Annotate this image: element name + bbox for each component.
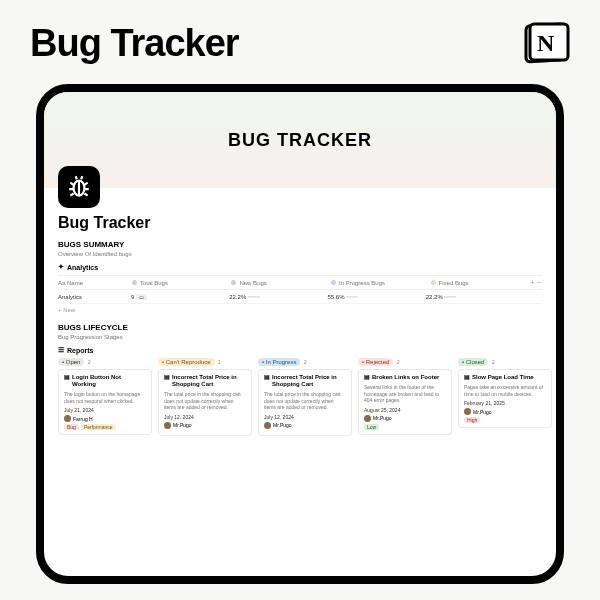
cell-inprog: 55.6% ━━━ [327, 293, 411, 300]
card-date: July 21, 2024 [64, 407, 146, 413]
tag: Bug [64, 424, 79, 430]
new-row-button[interactable]: + New [58, 307, 542, 313]
table-row[interactable]: Analytics 9 ▭ 22.2% ━━━ 55.6% ━━━ 22.2% … [58, 290, 542, 304]
board-column-header[interactable]: • Closed 2 [458, 358, 552, 366]
count-badge: 1 [218, 359, 221, 365]
col-total: Total Bugs [132, 280, 218, 286]
bug-card[interactable]: ▤Slow Page Load Time Pages take an exces… [458, 369, 552, 428]
count-badge: 2 [491, 359, 494, 365]
card-desc: The total price in the shopping cart doe… [164, 391, 246, 411]
tag: Low [364, 424, 379, 430]
card-title: ▤Incorrect Total Price in Shopping Cart [164, 374, 246, 388]
bug-card[interactable]: ▤Broken Links on Footer Several links in… [358, 369, 452, 435]
card-user: Mr.Pugo [464, 408, 546, 415]
svg-text:N: N [537, 30, 555, 56]
card-date: August 25, 2024 [364, 407, 446, 413]
col-inprog: In Progress Bugs [331, 280, 417, 286]
card-desc: Several links in the footer of the homep… [364, 384, 446, 404]
avatar [64, 415, 71, 422]
card-title: ▤Broken Links on Footer [364, 374, 446, 381]
card-tags: BugPerformance [64, 424, 146, 430]
summary-sub: Overview Of Identified bugs [58, 251, 542, 257]
hero-banner: BUG TRACKER [44, 92, 556, 188]
col-fixed: Fixed Bugs [431, 280, 517, 286]
board-column-header[interactable]: • In Progress 2 [258, 358, 352, 366]
avatar [164, 422, 171, 429]
cell-name: Analytics [58, 294, 117, 300]
board-column-header[interactable]: • Can't Reproduce 1 [158, 358, 252, 366]
doc-icon: ▤ [464, 374, 470, 381]
card-user: Mr.Pugo [164, 422, 246, 429]
summary-heading: BUGS SUMMARY [58, 240, 542, 249]
doc-icon: ▤ [364, 374, 370, 381]
card-desc: The login button on the homepage does no… [64, 391, 146, 404]
card-date: February 21, 2025 [464, 400, 546, 406]
tag: High [464, 417, 480, 423]
card-desc: Pages take an excessive amount of time t… [464, 384, 546, 397]
cell-fixed: 22.2% ━━━ [426, 293, 510, 300]
tab-analytics-label: Analytics [67, 264, 98, 271]
lifecycle-heading: BUGS LIFECYCLE [58, 323, 542, 332]
status-pill: • Closed [458, 358, 488, 366]
card-user: Mr.Pugo [264, 422, 346, 429]
avatar [264, 422, 271, 429]
status-pill: • Open [58, 358, 84, 366]
add-column[interactable]: + ··· [530, 279, 542, 286]
lifecycle-sub: Bug Progression Stages [58, 334, 542, 340]
status-pill: • Rejected [358, 358, 393, 366]
bug-card[interactable]: ▤Incorrect Total Price in Shopping Cart … [158, 369, 252, 436]
count-badge: 2 [396, 359, 399, 365]
summary-header-row: Aa Name Total Bugs New Bugs In Progress … [58, 275, 542, 290]
card-date: July 12, 2024 [264, 414, 346, 420]
reports-icon: ☰ [58, 346, 64, 354]
card-user: Farrug H [64, 415, 146, 422]
bug-card[interactable]: ▤Login Button Not Working The login butt… [58, 369, 152, 435]
kanban-board: • Open 2 ▤Login Button Not Working The l… [58, 358, 542, 436]
tab-reports[interactable]: ☰Reports [58, 346, 542, 354]
avatar [364, 415, 371, 422]
bug-card[interactable]: ▤Incorrect Total Price in Shopping Cart … [258, 369, 352, 436]
col-name: Aa Name [58, 280, 118, 286]
card-user: Mr.Pugo [364, 415, 446, 422]
status-pill: • Can't Reproduce [158, 358, 215, 366]
analytics-icon: ✦ [58, 263, 64, 271]
card-title: ▤Slow Page Load Time [464, 374, 546, 381]
tab-reports-label: Reports [67, 347, 93, 354]
count-badge: 2 [87, 359, 90, 365]
card-title: ▤Incorrect Total Price in Shopping Cart [264, 374, 346, 388]
status-pill: • In Progress [258, 358, 300, 366]
cell-total: 9 ▭ [131, 294, 215, 300]
doc-icon: ▤ [64, 374, 70, 388]
card-tags: Low [364, 424, 446, 430]
notion-logo-icon: N [524, 20, 570, 66]
card-title: ▤Login Button Not Working [64, 374, 146, 388]
tab-analytics[interactable]: ✦Analytics [58, 263, 542, 271]
page-title: Bug Tracker [30, 22, 239, 65]
board-column-header[interactable]: • Rejected 2 [358, 358, 452, 366]
avatar [464, 408, 471, 415]
device-frame: BUG TRACKER Bug Tracker BUGS SUMMARY Ove… [36, 84, 564, 584]
doc-icon: ▤ [164, 374, 170, 388]
board-column-header[interactable]: • Open 2 [58, 358, 152, 366]
card-desc: The total price in the shopping cart doe… [264, 391, 346, 411]
card-date: July 12, 2024 [164, 414, 246, 420]
tag: Performance [81, 424, 116, 430]
doc-icon: ▤ [264, 374, 270, 388]
bug-icon [58, 166, 100, 208]
count-badge: 2 [303, 359, 306, 365]
col-new: New Bugs [231, 280, 317, 286]
card-tags: High [464, 417, 546, 423]
hero-title: BUG TRACKER [228, 130, 372, 151]
cell-new: 22.2% ━━━ [229, 293, 313, 300]
workspace-title: Bug Tracker [58, 214, 542, 232]
